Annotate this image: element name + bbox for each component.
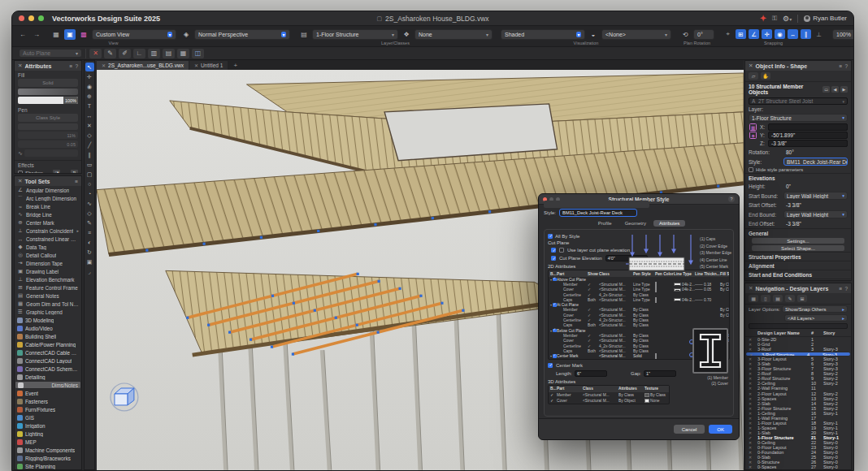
end-offset-field[interactable]: -3 3/8" bbox=[783, 220, 848, 227]
selection-handle[interactable] bbox=[293, 302, 295, 305]
design-layer-row[interactable]: ✕3-Roof3Story-3 bbox=[745, 347, 851, 352]
fillet-tool-icon[interactable]: ◞ bbox=[85, 267, 94, 276]
tool-set-group[interactable]: Machine Components bbox=[15, 446, 81, 454]
selection-handle[interactable] bbox=[203, 243, 206, 245]
tool-item[interactable]: ▦Geom Dim and Tol Note bbox=[15, 300, 81, 308]
attribute-row[interactable]: CapsBoth<Structural M...Line Type04k-2..… bbox=[549, 297, 729, 302]
tool-item[interactable]: ☰Graphic Legend bbox=[15, 308, 81, 316]
fill-color-swatch[interactable] bbox=[18, 89, 78, 95]
object-name-select[interactable]: A_2T Structure Steel Joist▾ bbox=[749, 97, 848, 105]
layer-search-input[interactable] bbox=[749, 323, 848, 329]
tool-item[interactable]: ◆Data Tag bbox=[15, 243, 81, 251]
polygon-tool-icon[interactable]: ◇ bbox=[85, 209, 94, 218]
tool-item[interactable]: ↔Constrained Linear Di... bbox=[15, 235, 81, 243]
pen-color-swatch[interactable] bbox=[18, 123, 78, 130]
tool-set-group[interactable]: ConnectCAD Schematics bbox=[15, 365, 81, 373]
shape-pane-icon[interactable]: ▱ bbox=[749, 72, 758, 80]
rotate-tool-icon[interactable]: ↻ bbox=[85, 248, 94, 257]
panel-help-icon[interactable]: ? bbox=[844, 286, 848, 292]
selection-handle[interactable] bbox=[419, 295, 422, 297]
pen-mode-icon[interactable]: ✎ bbox=[104, 49, 116, 58]
cut-plane-bystyle-checkbox[interactable] bbox=[551, 248, 556, 253]
pen-color-swatch[interactable] bbox=[655, 297, 657, 303]
section-cover[interactable]: Cover bbox=[745, 279, 851, 281]
current-view-icon[interactable]: ▣ bbox=[64, 29, 76, 40]
tool-set-group[interactable]: Furn/Fixtures bbox=[15, 405, 81, 413]
tool-item[interactable]: ∠Angular Dimension bbox=[15, 186, 81, 194]
tool-item[interactable]: ≈Break Line bbox=[15, 202, 81, 210]
tool-set-group[interactable]: Site Planning bbox=[15, 462, 81, 469]
close-tab-icon[interactable]: ✕ bbox=[102, 63, 106, 68]
dialog-tab-geometry[interactable]: Geometry bbox=[619, 220, 652, 227]
plan-rotation-field[interactable]: 0° bbox=[693, 29, 714, 40]
selection-handle[interactable] bbox=[207, 324, 210, 326]
shadow-stepper-icon[interactable]: ⇅ bbox=[71, 170, 78, 174]
data-pane-icon[interactable]: ✋ bbox=[761, 72, 770, 80]
snap-object-icon[interactable]: ⊞ bbox=[736, 29, 746, 39]
tool-set-group[interactable]: Dims/Notes bbox=[15, 381, 81, 389]
texture-swatch[interactable] bbox=[644, 393, 649, 397]
style-select[interactable]: BM11_Deck Joist-Rear Deck▾ bbox=[783, 158, 848, 166]
new-tab-button[interactable]: + bbox=[228, 61, 242, 70]
design-layer-row[interactable]: ✕0-Spaces27Story-0 bbox=[745, 465, 851, 469]
selection-handle[interactable] bbox=[462, 309, 464, 312]
group-checkbox[interactable] bbox=[553, 354, 557, 358]
polyline-tool-icon[interactable]: ✎ bbox=[85, 218, 94, 227]
tool-set-group[interactable]: GIS bbox=[15, 413, 81, 421]
panel-menu-icon[interactable]: ≡ bbox=[75, 179, 78, 184]
plane-mode-off-icon[interactable]: ✕ bbox=[89, 49, 102, 58]
corner-mode-icon[interactable]: ∟ bbox=[133, 49, 145, 58]
delete-tool-icon[interactable]: ✕ bbox=[85, 121, 94, 130]
vectorworks-cloud-icon[interactable]: ✦ bbox=[760, 14, 766, 23]
surface-mode-icon[interactable]: ▥ bbox=[148, 49, 160, 58]
attribute-row[interactable]: Cover✓<Structural M...Line Type04k-2...—… bbox=[549, 287, 729, 292]
panel-help-icon[interactable]: ? bbox=[75, 63, 78, 69]
snap-grid-icon[interactable]: ⌖ bbox=[723, 29, 733, 39]
attribute-3d-row[interactable]: Member<Structural M...By ClassBy Class bbox=[549, 392, 669, 398]
group-checkbox[interactable] bbox=[553, 303, 557, 307]
disclosure-triangle-icon[interactable]: ▾ bbox=[550, 329, 552, 333]
snap-intersection-icon[interactable]: ✛ bbox=[762, 29, 772, 39]
line-type-swatch[interactable] bbox=[674, 288, 681, 292]
texture-swatch[interactable] bbox=[644, 399, 649, 403]
arc-tool-icon[interactable]: ◔ bbox=[85, 189, 94, 198]
x-field[interactable] bbox=[768, 123, 848, 131]
layers-filter-select[interactable]: <All Layers>▸ bbox=[784, 314, 848, 322]
tool-item[interactable]: ⟂Constrain Coincident▸ bbox=[15, 227, 81, 235]
selection-handle[interactable] bbox=[260, 236, 263, 239]
selection-handle[interactable] bbox=[271, 295, 274, 297]
tool-set-group[interactable]: 3D Modeling bbox=[15, 316, 81, 324]
hide-style-parameters-checkbox[interactable] bbox=[749, 167, 753, 172]
panel-menu-icon[interactable]: ≡ bbox=[840, 63, 843, 69]
line-type-icon[interactable]: ∿ bbox=[18, 150, 23, 157]
close-tab-icon[interactable]: ✕ bbox=[194, 63, 198, 68]
circle-tool-icon[interactable]: ○ bbox=[85, 179, 94, 188]
center-mark-gap-field[interactable]: 1" bbox=[644, 370, 676, 377]
attribute-row[interactable]: Member✓<Structural M...Line Type04k-2...… bbox=[549, 282, 729, 287]
tool-item[interactable]: ⌒Arc Length Dimension bbox=[15, 194, 81, 202]
pen-color-swatch[interactable] bbox=[655, 287, 657, 292]
close-panel-icon[interactable]: ✕ bbox=[749, 63, 753, 69]
section-general[interactable]: General bbox=[745, 228, 851, 237]
pen-color-swatch[interactable] bbox=[655, 353, 657, 359]
selection-handle[interactable] bbox=[335, 317, 337, 319]
dialog-help-icon[interactable]: ? bbox=[728, 196, 735, 202]
panel-menu-icon[interactable]: ≡ bbox=[70, 63, 73, 69]
line-type-swatch[interactable] bbox=[674, 283, 681, 286]
forward-button[interactable]: → bbox=[31, 29, 42, 40]
group-checkbox[interactable] bbox=[553, 329, 557, 333]
panel-help-icon[interactable]: ? bbox=[844, 63, 848, 69]
auto-plane-select[interactable]: Auto Plane▾ bbox=[19, 49, 82, 58]
stories-icon[interactable]: ⊞ bbox=[797, 295, 807, 302]
tool-item[interactable]: ∿Bridge Line bbox=[15, 210, 81, 218]
pan-tool-icon[interactable]: ✛ bbox=[85, 72, 94, 81]
settings-gear-icon[interactable]: ⚙▾ bbox=[783, 15, 792, 23]
tab-document-2[interactable]: ✕Untitled 1 bbox=[189, 61, 228, 70]
disclosure-triangle-icon[interactable]: ▾ bbox=[550, 303, 552, 307]
settings-button[interactable]: Settings... bbox=[752, 238, 844, 244]
line-type-swatch[interactable] bbox=[674, 298, 681, 301]
flyover-tool-icon[interactable]: ◉ bbox=[85, 82, 94, 91]
section-elevations[interactable]: Elevations bbox=[745, 173, 851, 182]
tool-item[interactable]: ⊕Center Mark bbox=[15, 218, 81, 227]
close-panel-icon[interactable]: ✕ bbox=[18, 178, 22, 184]
